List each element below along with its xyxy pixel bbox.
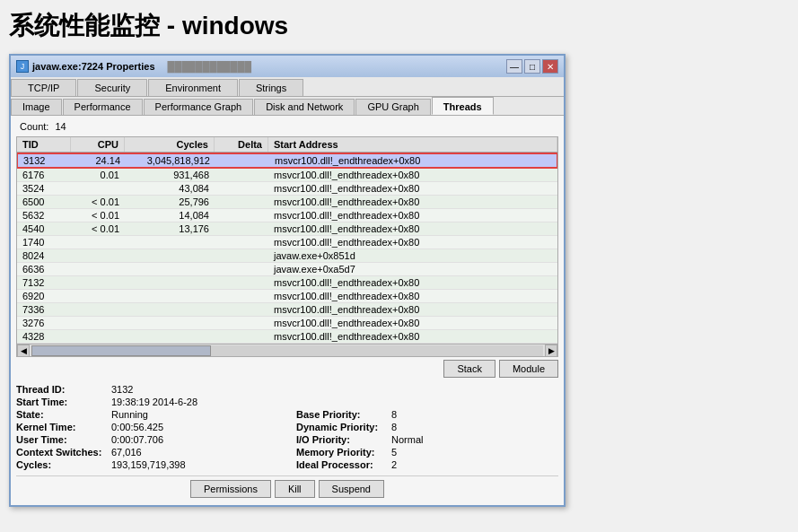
cell-delta	[215, 154, 269, 167]
context-switches-value: 67,016	[111, 447, 142, 458]
minimize-button[interactable]: —	[506, 59, 522, 74]
table-row[interactable]: 1740 msvcr100.dll!_endthreadex+0x80	[17, 236, 557, 249]
cell-delta	[215, 330, 268, 343]
suspend-button[interactable]: Suspend	[319, 480, 384, 498]
cell-tid: 4540	[17, 222, 71, 235]
cell-tid: 1740	[17, 236, 71, 249]
state-label: State:	[16, 409, 106, 420]
io-priority-value: Normal	[391, 434, 423, 445]
cell-addr: msvcr100.dll!_endthreadex+0x80	[268, 330, 557, 343]
count-label: Count:	[20, 121, 48, 132]
count-value: 14	[55, 121, 66, 132]
table-row[interactable]: 3276 msvcr100.dll!_endthreadex+0x80	[17, 317, 557, 330]
cell-addr: msvcr100.dll!_endthreadex+0x80	[268, 317, 557, 329]
cell-tid: 7336	[17, 303, 71, 316]
detail-section: Thread ID: 3132 Start Time: 19:38:19 201…	[16, 380, 558, 475]
table-row[interactable]: 4540 < 0.01 13,176 msvcr100.dll!_endthre…	[17, 222, 557, 236]
cell-tid: 6500	[17, 196, 71, 208]
tab-image[interactable]: Image	[11, 99, 62, 115]
cell-delta	[215, 209, 268, 222]
table-row[interactable]: 6500 < 0.01 25,796 msvcr100.dll!_endthre…	[17, 196, 557, 209]
tab-tcpip[interactable]: TCP/IP	[11, 79, 76, 96]
maximize-button[interactable]: □	[524, 59, 540, 74]
count-bar: Count: 14	[16, 119, 558, 134]
cell-cpu	[71, 276, 125, 289]
cell-cycles	[125, 276, 215, 289]
table-row[interactable]: 5632 < 0.01 14,084 msvcr100.dll!_endthre…	[17, 209, 557, 222]
kill-button[interactable]: Kill	[275, 480, 315, 498]
table-row[interactable]: 3524 43,084 msvcr100.dll!_endthreadex+0x…	[17, 182, 557, 196]
tab-environment[interactable]: Environment	[148, 79, 238, 96]
base-priority-label: Base Priority:	[296, 409, 386, 420]
cell-cycles	[125, 236, 215, 249]
cell-delta	[215, 169, 268, 181]
horizontal-scrollbar[interactable]: ◀ ▶	[17, 344, 557, 356]
stack-button[interactable]: Stack	[443, 360, 495, 378]
table-row[interactable]: 8024 javaw.exe+0x851d	[17, 249, 557, 263]
ideal-processor-label: Ideal Processor:	[296, 459, 386, 470]
thread-id-value: 3132	[111, 384, 133, 395]
cell-delta	[215, 182, 268, 195]
cell-cycles	[125, 330, 215, 343]
kernel-time-label: Kernel Time:	[16, 422, 106, 432]
tab-performance[interactable]: Performance	[63, 99, 143, 115]
cell-cycles	[125, 303, 215, 316]
cell-tid: 7132	[17, 276, 71, 289]
tab-security[interactable]: Security	[77, 79, 147, 96]
cell-tid: 6636	[17, 263, 71, 275]
cell-addr: msvcr100.dll!_endthreadex+0x80	[268, 169, 557, 181]
cell-tid: 3276	[17, 317, 71, 329]
bottom-buttons: Permissions Kill Suspend	[16, 475, 558, 501]
tab-disk-network[interactable]: Disk and Network	[254, 99, 355, 115]
state-value: Running	[111, 409, 148, 420]
tab-threads[interactable]: Threads	[432, 97, 494, 115]
cell-cpu	[71, 182, 125, 195]
start-time-label: Start Time:	[16, 397, 106, 407]
scroll-right-btn[interactable]: ▶	[545, 344, 557, 357]
cell-delta	[215, 196, 268, 208]
thread-id-label: Thread ID:	[16, 384, 106, 395]
title-blur: ████████████	[168, 61, 252, 72]
table-row[interactable]: 6176 0.01 931,468 msvcr100.dll!_endthrea…	[17, 169, 557, 182]
stack-module-buttons: Stack Module	[16, 360, 558, 378]
table-row[interactable]: 7336 msvcr100.dll!_endthreadex+0x80	[17, 303, 557, 317]
window-title: javaw.exe:7224 Properties	[32, 61, 155, 72]
table-body: 3132 24.14 3,045,818,912 msvcr100.dll!_e…	[17, 153, 557, 344]
close-button[interactable]: ✕	[542, 59, 558, 74]
table-row[interactable]: 7132 msvcr100.dll!_endthreadex+0x80	[17, 276, 557, 290]
permissions-button[interactable]: Permissions	[190, 480, 271, 498]
cycles-label: Cycles:	[16, 459, 106, 470]
cell-tid: 3524	[17, 182, 71, 195]
cell-delta	[215, 236, 268, 249]
cell-tid: 8024	[17, 249, 71, 262]
tab-gpu-graph[interactable]: GPU Graph	[355, 99, 430, 115]
table-row[interactable]: 6920 msvcr100.dll!_endthreadex+0x80	[17, 290, 557, 303]
cell-cpu	[71, 303, 125, 316]
cell-cpu	[71, 330, 125, 343]
cell-cycles: 14,084	[125, 209, 215, 222]
table-row[interactable]: 4328 msvcr100.dll!_endthreadex+0x80	[17, 330, 557, 344]
cell-delta	[215, 263, 268, 275]
scroll-left-btn[interactable]: ◀	[17, 344, 30, 357]
table-row[interactable]: 3132 24.14 3,045,818,912 msvcr100.dll!_e…	[16, 153, 558, 169]
table-row[interactable]: 6636 javaw.exe+0xa5d7	[17, 263, 557, 276]
threads-table: TID CPU Cycles Delta Start Address 3132 …	[16, 136, 558, 357]
memory-priority-value: 5	[391, 447, 397, 458]
ideal-processor-value: 2	[391, 459, 397, 470]
tab-strings[interactable]: Strings	[239, 79, 303, 96]
cell-cpu	[71, 249, 125, 262]
io-priority-label: I/O Priority:	[296, 434, 386, 445]
cell-tid: 6176	[17, 169, 71, 181]
cell-tid: 6920	[17, 290, 71, 302]
tab-performance-graph[interactable]: Performance Graph	[144, 99, 254, 115]
kernel-time-value: 0:00:56.425	[111, 422, 163, 432]
cell-tid: 4328	[17, 330, 71, 343]
base-priority-value: 8	[391, 409, 397, 420]
module-button[interactable]: Module	[499, 360, 558, 378]
cell-addr: msvcr100.dll!_endthreadex+0x80	[268, 182, 557, 195]
cell-cpu: 0.01	[71, 169, 125, 181]
title-bar: J javaw.exe:7224 Properties ████████████…	[11, 56, 564, 77]
col-cycles: Cycles	[125, 137, 215, 152]
cell-cpu: < 0.01	[71, 222, 125, 235]
scroll-thumb[interactable]	[31, 345, 211, 356]
